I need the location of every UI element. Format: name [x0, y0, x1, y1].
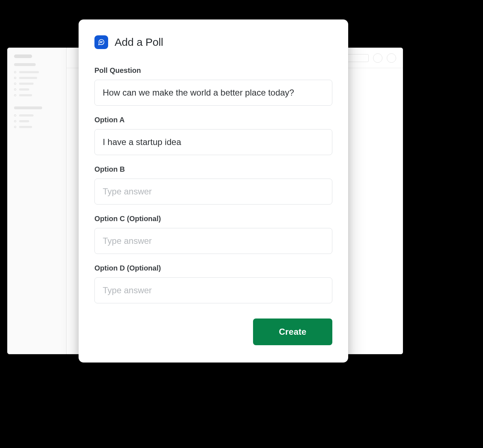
option-b-label: Option B: [94, 165, 332, 174]
poll-question-label: Poll Question: [94, 66, 332, 75]
option-a-input[interactable]: [94, 129, 332, 155]
option-b-group: Option B: [94, 165, 332, 205]
background-sidebar: [7, 48, 67, 354]
option-c-label: Option C (Optional): [94, 215, 332, 223]
modal-header: Add a Poll: [94, 35, 332, 49]
create-button[interactable]: Create: [253, 319, 332, 345]
option-a-label: Option A: [94, 116, 332, 124]
option-d-input[interactable]: [94, 277, 332, 303]
modal-title: Add a Poll: [115, 36, 163, 48]
poll-icon: [94, 35, 108, 49]
option-d-group: Option D (Optional): [94, 264, 332, 303]
option-d-label: Option D (Optional): [94, 264, 332, 272]
option-a-group: Option A: [94, 116, 332, 155]
option-c-group: Option C (Optional): [94, 215, 332, 254]
modal-footer: Create: [94, 319, 332, 345]
add-poll-modal: Add a Poll Poll Question Option A Option…: [79, 19, 348, 363]
poll-question-input[interactable]: [94, 80, 332, 106]
poll-question-group: Poll Question: [94, 66, 332, 106]
option-c-input[interactable]: [94, 228, 332, 254]
option-b-input[interactable]: [94, 179, 332, 205]
